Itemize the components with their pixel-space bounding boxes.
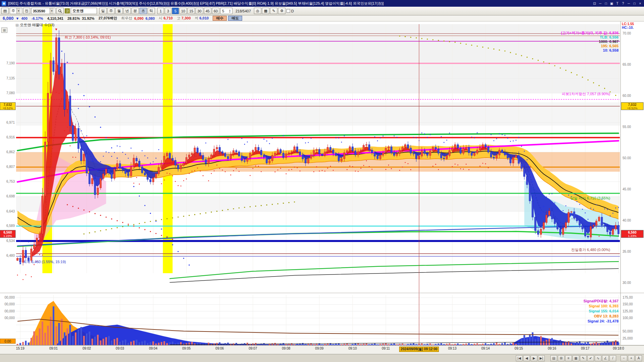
price-volume-chart[interactable]: ▼▲7,1907,1357,0806,9716,9166,8626,8076,7… — [0, 21, 644, 346]
bar-counter: 218/5407 — [235, 9, 251, 13]
window-control-icon-1[interactable]: ─ — [598, 2, 602, 5]
sell-button[interactable]: 매도 — [228, 16, 242, 21]
interval-button-1[interactable]: 1 — [157, 8, 164, 14]
stock-code-input[interactable]: 353590 ▼ — [31, 8, 55, 14]
amount-value: 27,076백만 — [99, 16, 117, 21]
svg-text:00,000: 00,000 — [4, 296, 15, 299]
chart-nav-button-1[interactable]: ◀ — [523, 355, 530, 361]
period-button-초[interactable]: 초 — [140, 8, 147, 14]
volume-value: 4,110,341 — [47, 16, 63, 20]
zoom-buttons: −+A — [621, 355, 642, 361]
status-tool-button-3[interactable]: ▦ — [573, 355, 579, 361]
svg-text:Signal 100: 6,393: Signal 100: 6,393 — [589, 304, 619, 308]
window-control-icon-7[interactable]: □ — [632, 2, 637, 5]
window-control-icon-6[interactable]: ─ — [627, 2, 631, 5]
status-tool-button-0[interactable]: ▤ — [550, 355, 557, 361]
interval-button-10[interactable]: 10 — [179, 8, 187, 14]
stock-name-field[interactable]: 오토앤 — [71, 8, 97, 14]
x-axis-tick-label: 09:07 — [249, 347, 257, 350]
status-tool-button-6[interactable]: ∿ — [595, 355, 601, 361]
tick-count-value: 5 — [222, 9, 224, 13]
svg-text:50,000: 50,000 — [623, 329, 633, 333]
window-control-icon-3[interactable]: ▣ — [609, 2, 614, 5]
tick-count-spinner[interactable]: 5 ▲▼ — [220, 8, 232, 14]
x-axis-date-label: 2024/09/09(월) 09:12:00 — [399, 347, 439, 352]
svg-text:100,00: 100,00 — [623, 316, 633, 320]
x-axis-tick-label: 15:19 — [16, 347, 24, 350]
zoom-button-0[interactable]: − — [621, 355, 627, 361]
svg-text:00,000: 00,000 — [4, 302, 15, 306]
period-button-틱[interactable]: 틱 — [148, 8, 155, 14]
interval-button-5[interactable]: 5 — [172, 8, 179, 14]
period-buttons: 일주월년분초틱 — [99, 8, 155, 14]
svg-text:00,000: 00,000 — [4, 309, 15, 313]
period-button-월[interactable]: 월 — [115, 8, 123, 14]
best-quote-label: 최우선 — [121, 16, 132, 21]
window-control-icon-0[interactable]: ⊡ — [592, 2, 597, 5]
x-axis-tick-label: 09:04 — [149, 347, 157, 350]
x-axis-tick-label: 09:01 — [49, 347, 58, 350]
svg-text:전일종가 6,480 (0.00%): 전일종가 6,480 (0.00%) — [571, 248, 610, 252]
window-control-icon-8[interactable]: × — [638, 2, 642, 5]
chart-nav-button-3[interactable]: ▶| — [538, 355, 545, 361]
window-control-icon-2[interactable]: □ — [604, 2, 608, 5]
chart-grid-button[interactable]: ⊞ — [1, 27, 7, 33]
d-checkbox[interactable]: D — [286, 9, 294, 13]
interval-button-45[interactable]: 45 — [204, 8, 211, 14]
status-tool-button-4[interactable]: ✎ — [580, 355, 587, 361]
svg-text:7,135: 7,135 — [6, 76, 15, 80]
d-checkbox-label: D — [291, 9, 294, 13]
x-axis-tick-label: 09:16 — [548, 347, 556, 350]
search-icon — [58, 9, 62, 13]
status-tool-button-8[interactable]: / — [609, 355, 616, 361]
buy-button[interactable]: 매수 — [213, 16, 227, 21]
x-axis-tick-label: 09:11 — [382, 347, 390, 350]
x-axis-tick-label: 09:13 — [448, 347, 457, 350]
zoom-button-1[interactable]: + — [628, 355, 635, 361]
toolbar-icon-button-2[interactable]: ✎ — [270, 8, 277, 14]
svg-text:6,560: 6,560 — [628, 231, 636, 234]
svg-text:50.00: 50.00 — [623, 156, 631, 160]
interval-button-30[interactable]: 30 — [196, 8, 203, 14]
low-label: 저 — [195, 16, 199, 20]
search-button[interactable] — [56, 8, 64, 14]
toolbar-icon-button-1[interactable]: ▦ — [262, 8, 269, 14]
strength-ratio-1: 28.81% — [67, 16, 80, 20]
interval-button-15[interactable]: 15 — [187, 8, 195, 14]
svg-text:65.00: 65.00 — [623, 63, 631, 66]
svg-text:최고 7,300 (-10.14%, 09:01): 최고 7,300 (-10.14%, 09:01) — [64, 35, 111, 39]
interval-button-60[interactable]: 60 — [212, 8, 219, 14]
status-tool-button-2[interactable]: ≡ — [565, 355, 572, 361]
chart-nav-button-2[interactable]: ▶ — [531, 355, 537, 361]
svg-text:SignalPD대량: 4,167: SignalPD대량: 4,167 — [583, 299, 619, 303]
x-axis-tick-label: 09:02 — [83, 347, 91, 350]
chart-style-button[interactable]: ▤ — [1, 8, 9, 14]
svg-text:7,032: 7,032 — [628, 103, 636, 107]
asset-type-value: 주 — [11, 8, 15, 13]
status-tool-button-1[interactable]: ⊞ — [558, 355, 565, 361]
period-button-년[interactable]: 년 — [123, 8, 131, 14]
asset-type-select[interactable]: 주 ▼ — [10, 8, 22, 14]
interval-button-3[interactable]: 3 — [165, 8, 171, 14]
toolbar-icon-button-0[interactable]: ◎ — [254, 8, 261, 14]
chart-legend-text: 오토앤 매물대 수(13) — [20, 22, 54, 27]
toolbar-icon-button-3[interactable]: ⚙ — [278, 8, 285, 14]
window-title: [0601] 주식종합차트 - 유통비율[73.0] 거래대금[27,066(백… — [8, 1, 384, 6]
period-button-주[interactable]: 주 — [107, 8, 115, 14]
chart-nav-button-0[interactable]: |◀ — [516, 355, 523, 361]
window-control-icon-4[interactable]: T — [615, 2, 620, 5]
x-axis-tick-label: 09:09 — [315, 347, 324, 350]
status-tool-button-5[interactable]: ✔ — [587, 355, 594, 361]
all-button[interactable]: 전 — [23, 8, 30, 14]
status-tool-button-7[interactable]: ∠ — [602, 355, 609, 361]
svg-text:70.00: 70.00 — [623, 32, 631, 35]
zoom-button-2[interactable]: A — [635, 355, 642, 361]
spinner-arrows-icon[interactable]: ▲▼ — [229, 9, 231, 13]
period-button-분[interactable]: 분 — [131, 8, 139, 14]
svg-text:▼: ▼ — [55, 27, 58, 31]
svg-text:60.00: 60.00 — [623, 94, 631, 98]
svg-text:195: 6,565: 195: 6,565 — [601, 44, 619, 48]
period-button-일[interactable]: 일 — [99, 8, 107, 14]
svg-text:+8.52%: +8.52% — [3, 107, 13, 110]
window-control-icon-5[interactable]: ? — [621, 2, 625, 5]
